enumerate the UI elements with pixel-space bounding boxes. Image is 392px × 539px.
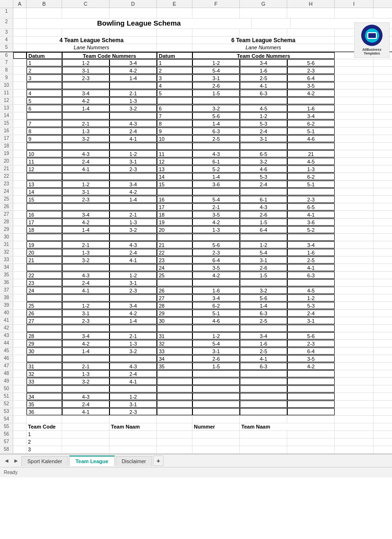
row-num-50: 50 [0, 385, 13, 393]
cell-i25 [335, 196, 374, 203]
cell-f34: 3-5 [192, 264, 240, 271]
cell-d17: 4-1 [109, 135, 157, 142]
cell-b10 [27, 82, 62, 89]
cell-i51 [335, 393, 374, 400]
cell-e45: 33 [157, 347, 192, 355]
cell-a16 [13, 128, 27, 135]
cell-f8: 5-4 [192, 67, 240, 74]
cell-a10 [13, 82, 27, 89]
col-header-c: C [62, 0, 109, 8]
row-57: 572 [0, 439, 392, 446]
cell-c36: 2-4 [62, 279, 109, 286]
cell-e24 [157, 188, 192, 195]
cell-a43 [13, 332, 27, 339]
data-row-40: 40263-14-2295-16-32-4 [0, 310, 392, 317]
cell-c3 [62, 29, 109, 36]
sheet-content: AllBusiness Templates 1 2 Bowling League… [0, 8, 392, 454]
cell-d11: 2-1 [109, 90, 157, 97]
cell-a36 [13, 279, 27, 286]
cell-b16: 8 [27, 128, 62, 135]
cell-d18 [109, 143, 157, 150]
row-1: 1 [0, 8, 392, 18]
hdr4-datum: Datum [27, 52, 62, 59]
cell-b22 [27, 173, 62, 180]
cell-b46 [27, 355, 62, 362]
cell-f33: 6-4 [192, 256, 240, 264]
cell-i39 [335, 302, 374, 309]
row-num-10: 10 [0, 82, 13, 89]
tab-add-button[interactable]: + [153, 456, 164, 466]
data-row-19: 19104-31-2114-36-521 [0, 150, 392, 158]
cell-a47 [13, 363, 27, 370]
cell-a25 [13, 196, 27, 203]
cell-h16: 5-1 [287, 128, 335, 135]
cell-i9 [335, 74, 374, 82]
cell-b9: 3 [27, 74, 62, 82]
cell-b35: 22 [27, 272, 62, 279]
lane-nummers-6: Lane Nummers [192, 44, 335, 51]
cell-h37: 4-5 [287, 287, 335, 294]
cell-a50 [13, 385, 27, 393]
hdr6-teamcode: Team Code Nummers [192, 52, 335, 59]
cell-a29 [13, 226, 27, 233]
cell-f26: 2-1 [192, 203, 240, 210]
cell-d32: 2-4 [109, 249, 157, 256]
tab-disclaimer[interactable]: Disclaimer [116, 456, 152, 466]
cell-b18 [27, 143, 62, 150]
data-row-7: 711-23-411-23-45-6 [0, 59, 392, 67]
cell-f28: 4-2 [192, 219, 240, 226]
data-row-26: 26172-14-36-5 [0, 203, 392, 211]
title-6team: 6 Team League Schema [192, 37, 335, 44]
cell-d9: 1-4 [109, 74, 157, 82]
cell-g13: 4-5 [240, 105, 287, 112]
cell-b47: 31 [27, 363, 62, 370]
cell-g48 [240, 370, 287, 377]
row-num-44: 44 [0, 340, 13, 347]
cell-i2 [252, 18, 291, 28]
cell-b19: 10 [27, 150, 62, 157]
tab-sport-kalender[interactable]: Sport Kalender [21, 456, 68, 466]
cell-a11 [13, 90, 27, 97]
cell-f47: 1-5 [192, 363, 240, 370]
cell-b14 [27, 112, 62, 119]
data-row-42: 42 [0, 325, 392, 332]
cell-i45 [335, 347, 374, 355]
col-header-a: A [13, 0, 27, 8]
cell-c17: 3-2 [62, 135, 109, 142]
tab-nav-right[interactable]: ► [12, 457, 20, 464]
cell-a20 [13, 158, 27, 165]
cell-h48 [287, 370, 335, 377]
data-row-14: 1475-61-23-4 [0, 112, 392, 120]
cell-c42 [62, 325, 109, 332]
cell-a31 [13, 241, 27, 248]
cell-f37: 1-6 [192, 287, 240, 294]
tab-team-league[interactable]: Team League [69, 456, 115, 466]
cell-g11: 6-3 [240, 90, 287, 97]
data-row-52: 52352-43-1 [0, 401, 392, 408]
row-num-4: 4 [0, 37, 13, 44]
row-num-30: 30 [0, 234, 13, 241]
column-headers: A B C D E F G H I [0, 0, 392, 8]
cell-e28: 19 [157, 219, 192, 226]
cell-c16: 1-3 [62, 128, 109, 135]
row-6: 6 Datum Team Code Nummers Datum Team Cod… [0, 52, 392, 59]
cell-a44 [13, 340, 27, 347]
data-row-15: 1572-14-381-45-36-2 [0, 120, 392, 128]
cell-b23: 13 [27, 181, 62, 188]
cell-h20: 4-5 [287, 158, 335, 165]
cell-d15: 4-3 [109, 120, 157, 127]
tab-nav-left[interactable]: ◄ [2, 457, 11, 464]
col-header-row-num [0, 0, 13, 8]
cell-i7 [335, 59, 374, 66]
cell-g12 [240, 97, 287, 104]
cell-c53: 4-1 [62, 408, 109, 415]
row-5: 5 Lane Nummers Lane Nummers [0, 44, 392, 52]
cell-h21: 1-3 [287, 165, 335, 173]
row-num-53: 53 [0, 408, 13, 415]
cell-h44: 2-3 [287, 340, 335, 347]
cell-g3 [240, 29, 287, 36]
cell-c33: 3-2 [62, 256, 109, 264]
cell-b12: 5 [27, 97, 62, 104]
row-3: 3 [0, 29, 392, 37]
cell-c11: 3-4 [62, 90, 109, 97]
